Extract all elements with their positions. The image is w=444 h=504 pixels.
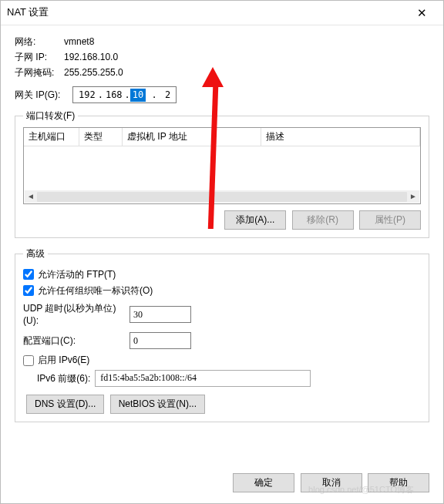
network-value: vmnet8 (64, 35, 94, 49)
close-icon[interactable]: ✕ (406, 5, 437, 21)
port-forward-group: 端口转发(F) 主机端口 类型 虚拟机 IP 地址 描述 ◄ ► 添加(A)..… (15, 109, 429, 238)
ftp-checkbox[interactable] (23, 269, 34, 280)
subnet-label: 子网 IP: (15, 51, 64, 64)
ipv6-prefix-input (95, 370, 311, 387)
gateway-ip-input[interactable]: 192. 168. 10 . 2 (72, 86, 177, 103)
ipv6-label: 启用 IPv6(E) (38, 354, 89, 367)
col-host-port[interactable]: 主机端口 (24, 128, 79, 146)
ftp-label: 允许活动的 FTP(T) (38, 268, 116, 281)
col-type[interactable]: 类型 (79, 128, 123, 146)
ipv6-checkbox-row[interactable]: 启用 IPv6(E) (23, 354, 421, 367)
remove-button: 移除(R) (292, 210, 354, 230)
udp-timeout-input[interactable] (130, 306, 191, 323)
advanced-legend: 高级 (23, 247, 48, 260)
udp-label: UDP 超时(以秒为单位)(U): (23, 302, 130, 328)
ip-octet-2[interactable]: 168 (103, 89, 125, 102)
gateway-label: 网关 IP(G): (15, 89, 72, 102)
advanced-group: 高级 允许活动的 FTP(T) 允许任何组织唯一标识符(O) UDP 超时(以秒… (15, 247, 429, 422)
hscrollbar[interactable]: ◄ ► (25, 190, 419, 203)
col-desc[interactable]: 描述 (261, 128, 420, 146)
ftp-checkbox-row[interactable]: 允许活动的 FTP(T) (23, 268, 421, 281)
config-port-input[interactable] (130, 332, 191, 349)
ip-octet-1[interactable]: 192 (76, 89, 98, 102)
cfg-label: 配置端口(C): (23, 334, 130, 348)
org-checkbox-row[interactable]: 允许任何组织唯一标识符(O) (23, 284, 421, 297)
properties-button: 属性(P) (359, 210, 421, 230)
org-checkbox[interactable] (23, 285, 34, 296)
scroll-track[interactable] (37, 192, 407, 202)
ip-octet-4[interactable]: 2 (163, 89, 173, 102)
scroll-left-icon[interactable]: ◄ (25, 191, 37, 202)
port-forward-table[interactable]: 主机端口 类型 虚拟机 IP 地址 描述 ◄ ► (23, 127, 421, 204)
port-forward-legend: 端口转发(F) (23, 109, 78, 123)
watermark: blog.csdn.net/@51CTO博客 (308, 484, 414, 496)
ip-octet-3[interactable]: 10 (130, 89, 146, 102)
window-title: NAT 设置 (7, 5, 406, 19)
network-label: 网络: (15, 35, 64, 49)
netbios-settings-button[interactable]: NetBIOS 设置(N)... (110, 395, 205, 414)
col-vm-ip[interactable]: 虚拟机 IP 地址 (123, 128, 261, 146)
ok-button[interactable]: 确定 (233, 473, 294, 492)
mask-value: 255.255.255.0 (64, 66, 123, 79)
subnet-value: 192.168.10.0 (64, 51, 118, 64)
mask-label: 子网掩码: (15, 66, 64, 79)
ipv6-checkbox[interactable] (23, 355, 34, 366)
scroll-right-icon[interactable]: ► (407, 191, 419, 202)
prefix-label: IPv6 前缀(6): (37, 372, 90, 385)
org-label: 允许任何组织唯一标识符(O) (38, 284, 153, 297)
dns-settings-button[interactable]: DNS 设置(D)... (26, 395, 104, 414)
add-button[interactable]: 添加(A)... (224, 210, 286, 230)
